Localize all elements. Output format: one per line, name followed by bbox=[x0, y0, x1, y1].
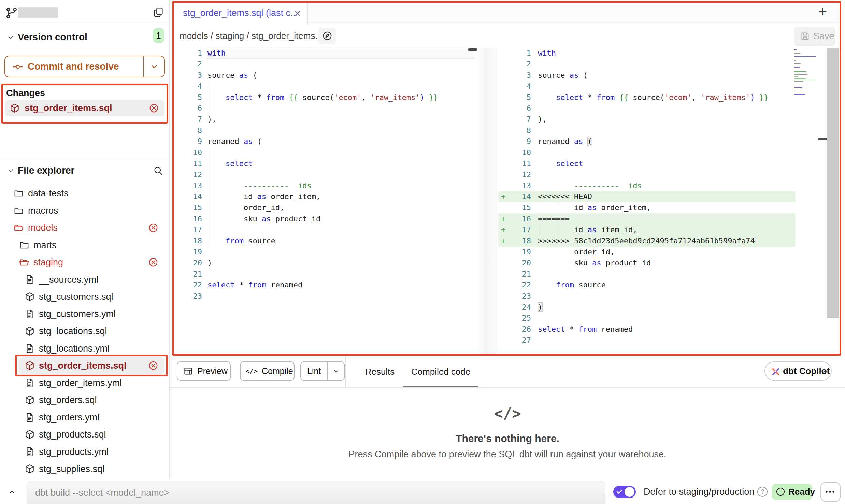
file-row-stg_order_items.yml[interactable]: stg_order_items.yml bbox=[0, 374, 169, 392]
code-line-25[interactable]: 25 bbox=[498, 313, 795, 324]
scrollbar-thumb[interactable] bbox=[818, 138, 827, 140]
code-line-9[interactable]: 9renamed as ( bbox=[498, 136, 795, 147]
code-line-5[interactable]: 5 select * from {{ source('ecom', 'raw_i… bbox=[174, 92, 497, 103]
chevron-down-icon[interactable] bbox=[7, 34, 14, 41]
code-line-12[interactable]: 12 bbox=[498, 169, 795, 180]
code-line-1[interactable]: 1with bbox=[498, 48, 795, 59]
file-row-stg_supplies.sql[interactable]: stg_supplies.sql bbox=[0, 460, 169, 478]
chevron-up-icon[interactable] bbox=[8, 488, 16, 496]
file-row-stg_orders.sql[interactable]: stg_orders.sql bbox=[0, 391, 169, 409]
discard-change-icon[interactable] bbox=[148, 360, 158, 371]
code-line-9[interactable]: 9renamed as ( bbox=[174, 136, 497, 147]
code-line-3[interactable]: 3source as ( bbox=[498, 70, 795, 81]
file-row-__sources.yml[interactable]: __sources.yml bbox=[0, 271, 169, 288]
code-line-22[interactable]: 22select * from renamed bbox=[174, 280, 497, 291]
code-line-19[interactable]: 19 order_id, bbox=[498, 247, 795, 257]
code-line-26[interactable]: 26select * from renamed bbox=[498, 324, 795, 335]
code-line-23[interactable]: 23 bbox=[498, 291, 795, 302]
code-line-15[interactable]: 15 id as order_item, bbox=[498, 202, 795, 213]
code-line-15[interactable]: 15 order_id, bbox=[174, 202, 497, 213]
scrollbar[interactable] bbox=[827, 48, 839, 318]
tab-stg-order-items[interactable]: stg_order_items.sql (last c... bbox=[174, 3, 308, 25]
lint-button[interactable]: Lint bbox=[300, 361, 345, 381]
chevron-down-icon[interactable] bbox=[7, 167, 14, 175]
code-line-18[interactable]: 18 from source bbox=[174, 236, 497, 247]
copy-icon[interactable] bbox=[153, 7, 164, 18]
code-line-21[interactable]: 21 bbox=[174, 269, 497, 280]
compile-button[interactable]: </> Compile bbox=[240, 361, 295, 381]
code-line-2[interactable]: 2 bbox=[174, 59, 497, 70]
code-line-19[interactable]: 19 bbox=[174, 247, 497, 257]
help-icon[interactable]: ? bbox=[757, 487, 768, 497]
code-line-7[interactable]: 7), bbox=[498, 114, 795, 125]
code-line-10[interactable]: 10 bbox=[498, 147, 795, 158]
discard-change-icon[interactable] bbox=[149, 103, 159, 113]
code-line-17[interactable]: 17 bbox=[174, 224, 497, 235]
code-line-23[interactable]: 23 bbox=[174, 291, 497, 302]
file-row-stg_order_items.sql[interactable]: stg_order_items.sql bbox=[0, 357, 169, 374]
more-options-button[interactable]: ••• bbox=[820, 482, 841, 502]
file-row-models[interactable]: models bbox=[0, 219, 169, 237]
code-line-2[interactable]: 2 bbox=[498, 59, 795, 70]
discard-change-icon[interactable] bbox=[148, 257, 158, 267]
code-line-8[interactable]: 8 bbox=[174, 125, 497, 136]
code-line-3[interactable]: 3source as ( bbox=[174, 70, 497, 81]
code-line-6[interactable]: 6 bbox=[498, 103, 795, 114]
code-line-8[interactable]: 8 bbox=[498, 125, 795, 136]
file-row-stg_orders.yml[interactable]: stg_orders.yml bbox=[0, 409, 169, 426]
file-explorer-section[interactable]: File explorer bbox=[0, 165, 169, 176]
file-row-marts[interactable]: marts bbox=[0, 237, 169, 254]
file-row-stg_locations.yml[interactable]: stg_locations.yml bbox=[0, 340, 169, 357]
code-line-12[interactable]: 12 bbox=[174, 169, 497, 180]
code-line-27[interactable]: 27 bbox=[498, 335, 795, 346]
code-line-10[interactable]: 10 bbox=[174, 147, 497, 158]
minimap[interactable] bbox=[794, 49, 817, 100]
preview-button[interactable]: Preview bbox=[177, 361, 231, 381]
file-row-macros[interactable]: macros bbox=[0, 202, 169, 220]
version-control-section[interactable]: Version control 1 bbox=[0, 31, 169, 43]
code-line-14[interactable]: 14 id as order_item, bbox=[174, 191, 497, 202]
code-line-4[interactable]: 4 bbox=[174, 81, 497, 92]
code-line-14[interactable]: +14<<<<<<< HEAD bbox=[498, 191, 795, 202]
code-line-22[interactable]: 22 from source bbox=[498, 280, 795, 291]
commit-and-resolve-button[interactable]: Commit and resolve bbox=[4, 56, 165, 77]
code-line-1[interactable]: 1with bbox=[174, 48, 497, 59]
code-line-21[interactable]: 21 bbox=[498, 269, 795, 280]
file-row-stg_products.sql[interactable]: stg_products.sql bbox=[0, 426, 169, 443]
code-line-20[interactable]: 20 sku as product_id bbox=[498, 257, 795, 268]
file-row-data-tests[interactable]: data-tests bbox=[0, 185, 169, 202]
code-line-16[interactable]: +16======= bbox=[498, 213, 795, 224]
code-line-20[interactable]: 20) bbox=[174, 257, 497, 268]
code-line-5[interactable]: 5 select * from {{ source('ecom', 'raw_i… bbox=[498, 92, 795, 103]
code-line-4[interactable]: 4 bbox=[498, 81, 795, 92]
file-row-staging[interactable]: staging bbox=[0, 254, 169, 271]
dbt-copilot-button[interactable]: dbt Copilot bbox=[764, 361, 832, 381]
close-icon[interactable] bbox=[293, 9, 302, 18]
defer-toggle[interactable] bbox=[613, 486, 636, 498]
save-button[interactable]: Save bbox=[794, 27, 835, 46]
code-line-7[interactable]: 7), bbox=[174, 114, 497, 125]
branch-name-placeholder[interactable] bbox=[18, 7, 58, 18]
code-pane-right[interactable]: 1with23source as (45 select * from {{ so… bbox=[498, 48, 840, 354]
status-badge-ready[interactable]: Ready bbox=[772, 484, 812, 500]
code-line-24[interactable]: 24) bbox=[498, 302, 795, 313]
code-line-13[interactable]: 13 ---------- ids bbox=[174, 180, 497, 191]
discard-change-icon[interactable] bbox=[148, 223, 158, 233]
code-line-6[interactable]: 6 bbox=[174, 103, 497, 114]
file-row-stg_customers.sql[interactable]: stg_customers.sql bbox=[0, 288, 169, 306]
chevron-down-icon[interactable] bbox=[332, 368, 340, 375]
code-line-18[interactable]: +18>>>>>>> 58c1dd23d5eebd9cd2495fa7124ab… bbox=[498, 236, 795, 247]
tab-compiled-code[interactable]: Compiled code bbox=[403, 356, 478, 388]
file-row-stg_products.yml[interactable]: stg_products.yml bbox=[0, 443, 169, 461]
new-tab-button[interactable]: + bbox=[814, 3, 831, 20]
search-icon[interactable] bbox=[153, 165, 163, 176]
file-row-stg_customers.yml[interactable]: stg_customers.yml bbox=[0, 306, 169, 323]
tab-results[interactable]: Results bbox=[359, 356, 400, 388]
code-line-16[interactable]: 16 sku as product_id bbox=[174, 213, 497, 224]
code-line-11[interactable]: 11 select bbox=[174, 158, 497, 169]
chevron-down-icon[interactable] bbox=[150, 62, 159, 71]
changed-file-row[interactable]: stg_order_items.sql bbox=[5, 100, 164, 116]
code-pane-left[interactable]: 1with23source as (45 select * from {{ so… bbox=[174, 48, 497, 354]
scrollbar-thumb[interactable] bbox=[468, 48, 477, 51]
command-input[interactable] bbox=[27, 481, 605, 504]
